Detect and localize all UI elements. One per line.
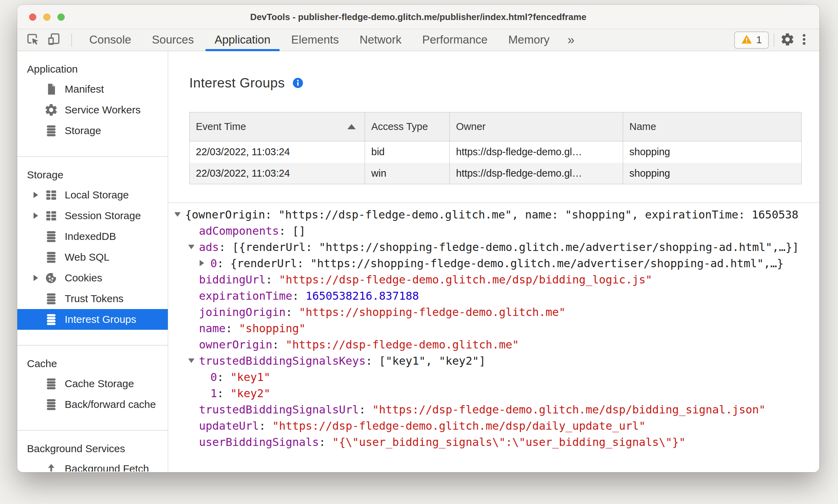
tab-elements[interactable]: Elements xyxy=(281,29,349,51)
collapse-arrow-icon[interactable] xyxy=(188,245,199,249)
sidebar-item-cookies[interactable]: Cookies xyxy=(17,268,168,288)
sidebar-item-manifest[interactable]: Manifest xyxy=(17,79,168,100)
column-header-label: Name xyxy=(629,121,656,132)
info-icon[interactable] xyxy=(292,77,303,88)
expand-arrow-icon[interactable] xyxy=(34,275,44,281)
collapse-arrow-icon[interactable] xyxy=(188,358,199,363)
property-name: adComponents xyxy=(199,224,279,237)
table-icon xyxy=(44,188,58,202)
tab-console[interactable]: Console xyxy=(79,29,142,51)
property-name: ownerOrigin xyxy=(199,338,272,351)
sidebar-item-web-sql[interactable]: Web SQL xyxy=(17,247,168,268)
inspect-element-button[interactable] xyxy=(25,32,41,48)
collapse-arrow-icon[interactable] xyxy=(174,212,185,217)
column-header-owner[interactable]: Owner xyxy=(450,112,623,141)
zoom-window-button[interactable] xyxy=(57,13,65,21)
table-cell: win xyxy=(365,163,450,184)
interest-groups-table: Event TimeAccess TypeOwnerName 22/03/202… xyxy=(189,112,802,184)
tree-line[interactable]: 0: {renderUrl: "https://shopping-fledge-… xyxy=(168,255,819,272)
property-name: updateUrl xyxy=(199,419,259,432)
tab-memory[interactable]: Memory xyxy=(498,29,560,51)
column-header-name[interactable]: Name xyxy=(623,112,802,141)
expand-arrow-icon[interactable] xyxy=(200,260,210,266)
sidebar-item-cache-storage[interactable]: Cache Storage xyxy=(17,373,168,394)
column-header-event-time[interactable]: Event Time xyxy=(190,112,365,141)
section-title: Application xyxy=(17,59,168,79)
traffic-lights xyxy=(29,5,65,29)
settings-button[interactable] xyxy=(779,32,796,48)
devtools-toolbar: ConsoleSourcesApplicationElementsNetwork… xyxy=(17,29,819,51)
column-header-label: Owner xyxy=(456,121,485,132)
table-cell: 22/03/2022, 11:03:24 xyxy=(190,141,365,163)
table-row[interactable]: 22/03/2022, 11:03:24winhttps://dsp-fledg… xyxy=(190,163,802,184)
customize-devtools-button[interactable] xyxy=(796,32,812,48)
tab-application[interactable]: Application xyxy=(204,29,281,51)
expand-arrow-icon[interactable] xyxy=(34,192,44,198)
plain-text: : xyxy=(226,322,239,335)
tree-line[interactable]: {ownerOrigin: "https://dsp-fledge-demo.g… xyxy=(168,207,819,223)
tree-line[interactable]: ownerOrigin: "https://dsp-fledge-demo.gl… xyxy=(168,337,819,353)
tree-line[interactable]: ads: [{renderUrl: "https://shopping-fled… xyxy=(168,239,819,255)
minimize-window-button[interactable] xyxy=(43,13,51,21)
table-cell: bid xyxy=(365,141,450,163)
tab-network[interactable]: Network xyxy=(349,29,412,51)
more-tabs-button[interactable]: » xyxy=(560,30,582,50)
table-cell: https://dsp-fledge-demo.gl… xyxy=(450,163,623,184)
sidebar-item-interest-groups[interactable]: Interest Groups xyxy=(17,309,168,330)
table-row[interactable]: 22/03/2022, 11:03:24bidhttps://dsp-fledg… xyxy=(190,141,802,163)
sidebar-item-label: Cache Storage xyxy=(65,378,134,390)
gear-icon xyxy=(44,103,58,117)
expand-arrow-icon[interactable] xyxy=(34,213,44,219)
column-header-label: Access Type xyxy=(371,121,428,132)
warning-icon xyxy=(741,34,752,46)
tree-line[interactable]: joiningOrigin: "https://shopping-fledge-… xyxy=(168,304,819,320)
application-sidebar: ApplicationManifestService WorkersStorag… xyxy=(17,51,168,472)
plain-text: : xyxy=(266,273,279,286)
sidebar-item-indexeddb[interactable]: IndexedDB xyxy=(17,226,168,247)
tree-line[interactable]: expirationTime: 1650538216.837188 xyxy=(168,288,819,304)
plain-text: : xyxy=(359,403,372,416)
tree-line[interactable]: trustedBiddingSignalsUrl: "https://dsp-f… xyxy=(168,402,819,418)
database-icon xyxy=(44,230,58,243)
string-value: "https://dsp-fledge-demo.glitch.me/dsp/b… xyxy=(279,273,652,286)
tree-line[interactable]: 1: "key2" xyxy=(168,385,819,402)
plain-text: : xyxy=(217,387,230,400)
sidebar-item-service-workers[interactable]: Service Workers xyxy=(17,100,168,120)
sidebar-item-local-storage[interactable]: Local Storage xyxy=(17,185,168,205)
sidebar-item-trust-tokens[interactable]: Trust Tokens xyxy=(17,288,168,309)
sidebar-item-label: Interest Groups xyxy=(65,314,136,325)
table-cell: https://dsp-fledge-demo.gl… xyxy=(450,141,623,163)
gear-icon xyxy=(780,32,795,48)
sidebar-item-session-storage[interactable]: Session Storage xyxy=(17,205,168,226)
property-name: 1 xyxy=(210,387,217,400)
database-icon xyxy=(44,312,58,326)
tab-sources[interactable]: Sources xyxy=(142,29,204,51)
tree-line[interactable]: biddingUrl: "https://dsp-fledge-demo.gli… xyxy=(168,272,819,288)
string-value: "key1" xyxy=(230,371,271,384)
column-header-label: Event Time xyxy=(196,121,246,132)
database-icon xyxy=(44,292,58,306)
tree-line[interactable]: trustedBiddingSignalsKeys: ["key1", "key… xyxy=(168,353,819,369)
interest-groups-panel: Interest Groups Event TimeAccess TypeOwn… xyxy=(168,51,819,472)
section-title: Background Services xyxy=(17,439,168,458)
column-header-access-type[interactable]: Access Type xyxy=(365,112,450,141)
sort-ascending-icon xyxy=(347,124,356,129)
cookie-icon xyxy=(44,271,58,285)
plain-text: : [{renderUrl: "https://shopping-fledge-… xyxy=(219,241,799,254)
sidebar-item-storage[interactable]: Storage xyxy=(17,120,168,141)
sidebar-item-label: Manifest xyxy=(65,83,104,95)
issues-counter[interactable]: 1 xyxy=(734,31,769,49)
sidebar-item-background-fetch[interactable]: Background Fetch xyxy=(17,458,168,472)
tab-performance[interactable]: Performance xyxy=(412,29,498,51)
tree-line[interactable]: name: "shopping" xyxy=(168,320,819,337)
table-cell: shopping xyxy=(623,141,802,163)
toolbar-divider xyxy=(71,34,72,47)
tree-line[interactable]: adComponents: [] xyxy=(168,223,819,239)
tree-line[interactable]: 0: "key1" xyxy=(168,369,819,385)
close-window-button[interactable] xyxy=(29,13,36,21)
tree-line[interactable]: updateUrl: "https://dsp-fledge-demo.glit… xyxy=(168,418,819,434)
property-name: ads xyxy=(199,241,219,254)
tree-line[interactable]: userBiddingSignals: "{\"user_bidding_sig… xyxy=(168,434,819,450)
sidebar-item-back-forward-cache[interactable]: Back/forward cache xyxy=(17,394,168,415)
toggle-device-toolbar-button[interactable] xyxy=(46,32,62,48)
